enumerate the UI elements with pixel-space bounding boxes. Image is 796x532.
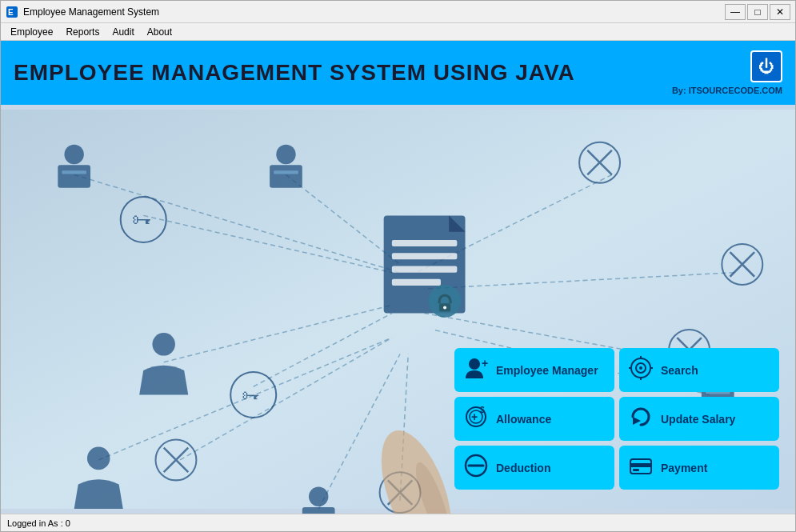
svg-rect-76: [630, 463, 651, 467]
svg-rect-19: [392, 253, 457, 259]
action-buttons: + Employee Manager: [454, 348, 779, 490]
svg-point-59: [469, 358, 480, 370]
payment-button[interactable]: Payment: [619, 446, 779, 490]
svg-rect-18: [392, 240, 457, 246]
svg-point-22: [429, 285, 462, 318]
main-content: EMPLOYEE MANAGEMENT SYSTEM USING JAVA ⏻ …: [1, 41, 795, 531]
update-salary-label: Update Salary: [661, 413, 735, 426]
header-right: ⏻ By: ITSOURCECODE.COM: [672, 50, 782, 95]
minimize-button[interactable]: —: [725, 4, 746, 20]
title-bar: E Employee Management System — □ ✕: [1, 1, 795, 23]
minus-circle-icon: [464, 454, 488, 482]
svg-point-36: [309, 487, 328, 506]
refresh-icon: [629, 405, 653, 434]
menu-reports[interactable]: Reports: [59, 25, 106, 39]
allowance-icon: + $: [464, 405, 488, 434]
svg-point-24: [443, 306, 446, 309]
app-icon: E: [6, 6, 18, 18]
svg-text:🗝: 🗝: [132, 209, 151, 230]
deduction-button[interactable]: Deduction: [454, 446, 614, 490]
window-title: Employee Management System: [23, 6, 725, 18]
employee-manager-label: Employee Manager: [496, 364, 598, 377]
menu-bar: Employee Reports Audit About: [1, 23, 795, 41]
svg-rect-77: [633, 469, 639, 471]
svg-text:$: $: [480, 406, 485, 414]
svg-rect-20: [392, 266, 457, 273]
allowance-label: Allowance: [496, 413, 551, 426]
svg-marker-72: [633, 417, 641, 425]
menu-about[interactable]: About: [141, 25, 178, 39]
card-icon: [629, 454, 653, 482]
svg-text:+: +: [482, 357, 488, 370]
svg-point-35: [87, 447, 110, 470]
deduction-label: Deduction: [496, 462, 550, 474]
update-salary-button[interactable]: Update Salary: [619, 397, 779, 441]
background-area: 🗝 🗝: [1, 105, 795, 514]
app-title: EMPLOYEE MANAGEMENT SYSTEM USING JAVA: [14, 60, 575, 86]
search-button[interactable]: Search: [619, 348, 779, 392]
maximize-button[interactable]: □: [747, 4, 768, 20]
status-bar: Logged in As : 0: [1, 514, 795, 531]
window-controls: — □ ✕: [725, 4, 790, 20]
logged-in-status: Logged in As : 0: [7, 518, 70, 528]
menu-employee[interactable]: Employee: [4, 25, 59, 39]
employee-manager-button[interactable]: + Employee Manager: [454, 348, 614, 392]
by-text: By: ITSOURCECODE.COM: [672, 86, 782, 95]
svg-point-28: [276, 145, 295, 164]
search-target-icon: [629, 356, 653, 385]
svg-text:🗝: 🗝: [242, 386, 259, 406]
main-window: E Employee Management System — □ ✕ Emplo…: [0, 0, 796, 532]
svg-text:+: +: [471, 410, 478, 423]
allowance-button[interactable]: + $ Allowance: [454, 397, 614, 441]
header-banner: EMPLOYEE MANAGEMENT SYSTEM USING JAVA ⏻ …: [1, 41, 795, 105]
close-button[interactable]: ✕: [770, 4, 790, 20]
person-add-icon: +: [464, 356, 488, 385]
menu-audit[interactable]: Audit: [106, 25, 140, 39]
svg-text:E: E: [8, 8, 14, 17]
svg-rect-21: [392, 279, 441, 286]
svg-rect-30: [274, 170, 298, 174]
search-label: Search: [661, 364, 698, 377]
svg-point-25: [64, 145, 83, 164]
payment-label: Payment: [661, 462, 707, 474]
svg-rect-26: [58, 165, 90, 188]
svg-point-67: [639, 366, 642, 370]
svg-rect-27: [62, 170, 86, 174]
svg-rect-29: [270, 165, 302, 188]
power-button[interactable]: ⏻: [750, 50, 782, 82]
svg-point-31: [152, 333, 175, 356]
document-icon: [384, 215, 466, 317]
svg-rect-37: [302, 507, 335, 514]
